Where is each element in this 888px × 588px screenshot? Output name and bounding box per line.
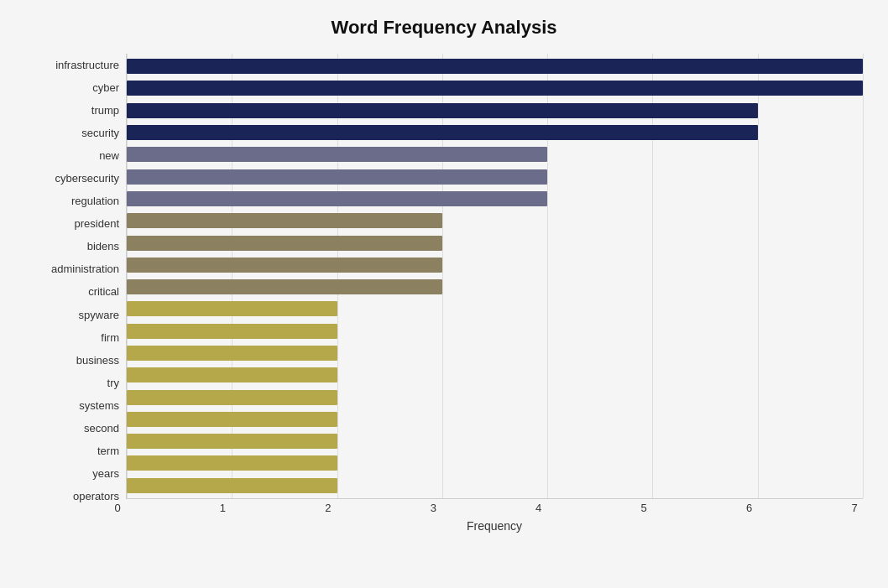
- y-label: systems: [25, 396, 126, 414]
- bar-row: [127, 235, 863, 252]
- bar-row: [127, 278, 863, 295]
- y-label: president: [25, 215, 126, 233]
- y-label: critical: [25, 283, 126, 301]
- bar: [127, 103, 758, 118]
- y-label: trump: [25, 101, 126, 120]
- y-label: cybersecurity: [25, 169, 126, 188]
- bar-row: [127, 169, 863, 185]
- chart-area: infrastructurecybertrumpsecuritynewcyber…: [25, 54, 863, 533]
- bar: [127, 191, 547, 206]
- y-label: firm: [25, 328, 126, 346]
- bar-row: [127, 300, 863, 317]
- bar: [127, 59, 863, 74]
- bar-row: [127, 477, 863, 494]
- y-axis-labels: infrastructurecybertrumpsecuritynewcyber…: [25, 54, 126, 533]
- bar: [127, 324, 337, 339]
- y-label: infrastructure: [25, 56, 126, 75]
- bar-row: [127, 433, 863, 450]
- y-label: try: [25, 373, 126, 392]
- x-tick-label: 7: [842, 502, 867, 514]
- x-tick-label: 4: [526, 502, 551, 514]
- bar-row: [127, 257, 863, 273]
- bar: [127, 346, 337, 361]
- bar: [127, 434, 337, 449]
- bar-row: [127, 323, 863, 340]
- bar-row: [127, 389, 863, 406]
- bar: [127, 390, 337, 405]
- y-label: second: [25, 419, 126, 437]
- bar-row: [127, 367, 863, 383]
- chart-container: Word Frequency Analysis infrastructurecy…: [0, 0, 888, 588]
- x-axis-labels: 01234567: [126, 499, 863, 516]
- bar-row: [127, 146, 863, 163]
- x-axis-title: Frequency: [126, 519, 863, 533]
- chart-title: Word Frequency Analysis: [25, 17, 863, 39]
- bar-row: [127, 345, 863, 362]
- x-tick-label: 6: [737, 502, 762, 514]
- bar-row: [127, 455, 863, 471]
- grid-line: [863, 54, 864, 498]
- y-label: new: [25, 147, 126, 165]
- bar: [127, 169, 547, 185]
- bar: [127, 478, 337, 493]
- x-tick-label: 3: [420, 502, 446, 514]
- bar: [127, 301, 337, 316]
- y-label: years: [25, 464, 126, 482]
- x-tick-label: 5: [631, 502, 656, 514]
- bar-row: [127, 124, 863, 141]
- bar: [127, 236, 442, 251]
- bar: [127, 455, 337, 471]
- bar-row: [127, 58, 863, 75]
- bar: [127, 412, 337, 427]
- bar-row: [127, 102, 863, 119]
- bar: [127, 367, 337, 382]
- bar-row: [127, 80, 863, 96]
- x-tick-label: 2: [316, 502, 341, 514]
- y-label: cyber: [25, 79, 126, 97]
- bar: [127, 279, 442, 294]
- y-label: bidens: [25, 237, 126, 256]
- y-label: regulation: [25, 192, 126, 211]
- bar-row: [127, 190, 863, 207]
- bars-area: [126, 54, 863, 499]
- x-tick-label: 0: [105, 502, 130, 514]
- bar: [127, 147, 547, 162]
- x-tick-label: 1: [210, 502, 235, 514]
- y-label: term: [25, 441, 126, 460]
- y-label: spyware: [25, 305, 126, 324]
- bar: [127, 81, 863, 96]
- x-axis-container: 01234567 Frequency: [126, 499, 863, 533]
- bar: [127, 258, 442, 273]
- bars-wrapper: [127, 54, 863, 498]
- bar-row: [127, 411, 863, 428]
- bar: [127, 125, 758, 140]
- y-label: administration: [25, 260, 126, 278]
- bar: [127, 213, 442, 228]
- y-label: security: [25, 124, 126, 143]
- y-label: business: [25, 351, 126, 369]
- chart-plot: 01234567 Frequency: [126, 54, 863, 533]
- bar-row: [127, 212, 863, 229]
